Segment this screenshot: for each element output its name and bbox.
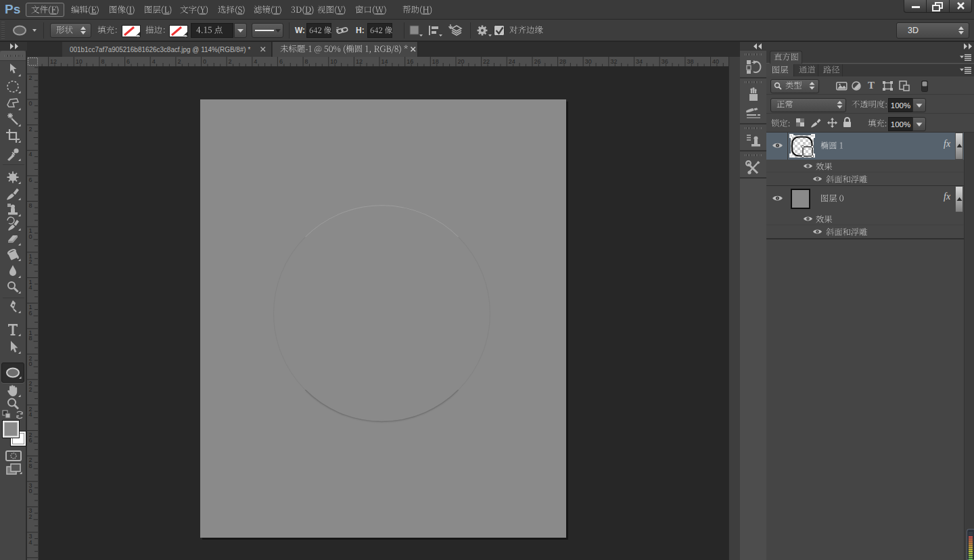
svg-text:8: 8 (29, 463, 32, 469)
svg-text:4: 4 (152, 58, 156, 65)
svg-text:20: 20 (458, 58, 465, 65)
svg-text:10: 10 (76, 58, 83, 65)
svg-text:2: 2 (29, 74, 32, 81)
svg-text:10: 10 (330, 58, 337, 65)
svg-text:34: 34 (636, 58, 643, 65)
svg-text:2: 2 (29, 258, 32, 265)
svg-text:8: 8 (29, 202, 32, 209)
svg-text:22: 22 (483, 58, 490, 65)
svg-text:40: 40 (712, 58, 719, 65)
svg-text:4: 4 (29, 284, 32, 291)
svg-text:14: 14 (381, 58, 388, 65)
svg-text:38: 38 (687, 58, 693, 65)
svg-text:8: 8 (305, 58, 308, 65)
svg-text:12: 12 (50, 58, 57, 65)
svg-text:4: 4 (29, 151, 32, 158)
svg-text:6: 6 (29, 310, 32, 317)
svg-text:6: 6 (279, 58, 283, 65)
svg-text:28: 28 (559, 58, 566, 65)
svg-text:4: 4 (29, 539, 32, 546)
svg-text:8: 8 (29, 335, 32, 342)
svg-text:2: 2 (177, 58, 181, 65)
svg-text:2: 2 (29, 513, 32, 520)
svg-text:0: 0 (29, 100, 32, 107)
svg-text:16: 16 (407, 58, 413, 65)
svg-text:2: 2 (29, 386, 32, 393)
svg-text:0: 0 (29, 233, 32, 240)
svg-text:2: 2 (229, 58, 232, 65)
svg-text:6: 6 (29, 437, 32, 444)
svg-text:36: 36 (662, 58, 668, 65)
svg-text:0: 0 (29, 488, 32, 494)
svg-text:0: 0 (29, 360, 32, 367)
svg-text:32: 32 (610, 58, 617, 65)
svg-text:4: 4 (254, 58, 257, 65)
svg-text:0: 0 (203, 58, 206, 65)
svg-text:12: 12 (356, 58, 363, 65)
svg-text:8: 8 (101, 58, 104, 65)
svg-text:2: 2 (29, 126, 32, 133)
svg-text:26: 26 (534, 58, 541, 65)
svg-text:30: 30 (585, 58, 592, 65)
svg-text:24: 24 (509, 58, 515, 65)
svg-text:6: 6 (29, 177, 32, 183)
svg-text:4: 4 (29, 411, 32, 418)
svg-text:18: 18 (432, 58, 439, 65)
svg-text:6: 6 (126, 58, 130, 65)
